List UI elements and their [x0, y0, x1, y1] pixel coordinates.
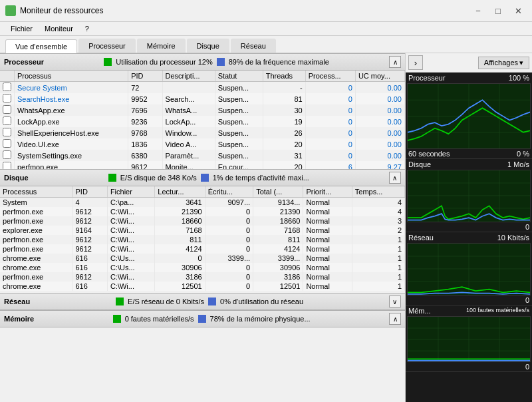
disk-table: Processus PID Fichier Lectur... Écritu..…: [0, 186, 405, 291]
disk-title: Disque: [4, 174, 29, 182]
proc-table-row[interactable]: LockApp.exe 9236 LockAp... Suspen... 19 …: [0, 116, 405, 127]
menu-moniteur[interactable]: Moniteur: [39, 23, 78, 34]
proc-table-row[interactable]: perfmon.exe 9612 Monite... En cour... 20…: [0, 161, 405, 169]
row-checkbox[interactable]: [0, 150, 15, 161]
affichages-button[interactable]: Affichages ▾: [478, 57, 529, 69]
menu-fichier[interactable]: Fichier: [5, 23, 38, 34]
disk-table-row[interactable]: perfmon.exe 9612 C:\Wi... 18660 0 18660 …: [0, 216, 405, 226]
tab-vue-ensemble[interactable]: Vue d'ensemble: [5, 39, 77, 53]
row-checkbox[interactable]: [0, 161, 15, 169]
disk-table-row[interactable]: chrome.exe 616 C:\Us... 0 3399... 3399..…: [0, 254, 405, 263]
tab-processeur[interactable]: Processeur: [78, 39, 136, 53]
graph-disk-label: Disque 1 Mo/s: [406, 159, 532, 170]
row-checkbox[interactable]: [0, 116, 15, 127]
maximize-button[interactable]: □: [489, 4, 507, 17]
disk-row-total: 21390: [253, 207, 303, 216]
row-uc: 0.00: [355, 150, 404, 161]
row-pid: 9768: [128, 127, 162, 138]
disk-row-time: 1: [352, 244, 404, 254]
window-controls: − □ ✕: [469, 4, 527, 17]
row-uc: 0.00: [355, 104, 404, 116]
proc-table-row[interactable]: SearchHost.exe 9952 Search... Suspen... …: [0, 93, 405, 104]
disk-row-read: 4124: [155, 244, 205, 254]
disk-table-row[interactable]: chrome.exe 616 C:\Wi... 12501 0 12501 No…: [0, 282, 405, 291]
disk-row-read: 3186: [155, 272, 205, 282]
proc-table-row[interactable]: WhatsApp.exe 7696 WhatsA... Suspen... 30…: [0, 104, 405, 116]
proc-collapse-btn[interactable]: ∧: [389, 56, 401, 68]
row-threads: 26: [263, 127, 305, 138]
col-process: Process...: [305, 71, 355, 82]
row-desc: Search...: [162, 93, 215, 104]
disk-row-read: 3641: [155, 198, 205, 208]
disk-table-row[interactable]: explorer.exe 9164 C:\Wi... 7168 0 7168 N…: [0, 226, 405, 235]
tab-memoire[interactable]: Mémoire: [137, 39, 186, 53]
tab-reseau[interactable]: Réseau: [231, 39, 276, 53]
row-checkbox[interactable]: [0, 93, 15, 104]
row-process: 0: [305, 82, 355, 94]
nav-arrow-btn[interactable]: ›: [408, 55, 423, 70]
disk-row-total: 7168: [253, 226, 303, 235]
disk-table-row[interactable]: chrome.exe 616 C:\Us... 30906 0 30906 No…: [0, 263, 405, 272]
disk-header[interactable]: Disque E/S disque de 348 Ko/s 1% de temp…: [0, 169, 405, 186]
row-status: Suspen...: [215, 93, 263, 104]
row-desc: LockAp...: [162, 116, 215, 127]
disk-table-row[interactable]: perfmon.exe 9612 C:\Wi... 4124 0 4124 No…: [0, 244, 405, 254]
graph-net-canvas: [407, 243, 531, 296]
affichages-dropdown-icon: ▾: [519, 59, 523, 67]
tab-disque[interactable]: Disque: [187, 39, 229, 53]
memory-header[interactable]: Mémoire 0 fautes matérielles/s 78% de la…: [0, 310, 405, 327]
row-status: Suspen...: [215, 150, 263, 161]
col-check: [0, 71, 15, 82]
network-header[interactable]: Réseau E/S réseau de 0 Kbits/s 0% d'util…: [0, 293, 405, 310]
graph-net-footer: 0: [406, 296, 532, 305]
disk-table-row[interactable]: perfmon.exe 9612 C:\Wi... 811 0 811 Norm…: [0, 235, 405, 244]
window-title: Moniteur de ressources: [20, 6, 103, 15]
disk-row-prio: Normal: [303, 216, 352, 226]
processor-header[interactable]: Processeur Utilisation du processeur 12%…: [0, 53, 405, 71]
disk-col-processus: Processus: [0, 186, 72, 198]
disk-row-prio: Normal: [303, 198, 352, 208]
graph-mem-footer-right: 0: [525, 363, 529, 371]
disk-row-write: 0: [205, 235, 253, 244]
close-button[interactable]: ✕: [509, 4, 527, 17]
row-name: LockApp.exe: [15, 116, 128, 127]
proc-table-row[interactable]: Secure System 72 Suspen... - 0 0.00: [0, 82, 405, 94]
row-checkbox[interactable]: [0, 127, 15, 138]
row-pid: 7696: [128, 104, 162, 116]
col-threads: Threads: [263, 71, 305, 82]
disk-table-row[interactable]: perfmon.exe 9612 C:\Wi... 21390 0 21390 …: [0, 207, 405, 216]
row-uc: 0.00: [355, 82, 404, 94]
disk-collapse-btn[interactable]: ∧: [389, 172, 401, 184]
disk-row-read: 811: [155, 235, 205, 244]
memory-title: Mémoire: [4, 315, 34, 323]
graph-net-label: Réseau 10 Kbits/s: [406, 232, 532, 243]
row-threads: 19: [263, 116, 305, 127]
proc-table-row[interactable]: SystemSettings.exe 6380 Paramèt... Suspe…: [0, 150, 405, 161]
disk-row-name: chrome.exe: [0, 282, 72, 291]
disk-row-total: 3399...: [253, 254, 303, 263]
graph-disk-title: Disque: [408, 160, 431, 168]
disk-row-prio: Normal: [303, 244, 352, 254]
row-checkbox[interactable]: [0, 82, 15, 94]
row-checkbox[interactable]: [0, 138, 15, 150]
graph-proc-canvas: [407, 83, 531, 149]
disk-row-total: 30906: [253, 263, 303, 272]
disk-table-row[interactable]: perfmon.exe 9612 C:\Wi... 3186 0 3186 No…: [0, 272, 405, 282]
disk-section: Disque E/S disque de 348 Ko/s 1% de temp…: [0, 169, 405, 293]
row-uc: 0.00: [355, 127, 404, 138]
minimize-button[interactable]: −: [469, 4, 487, 17]
proc-indicator2: 89% de la fréquence maximale: [229, 58, 329, 66]
net-collapse-btn[interactable]: ∨: [389, 296, 401, 307]
graph-net-value: 10 Kbits/s: [497, 234, 529, 242]
row-checkbox[interactable]: [0, 104, 15, 116]
processor-table: Processus PID Descripti... Statut Thread…: [0, 71, 405, 169]
row-uc: 0.00: [355, 138, 404, 150]
mem-collapse-btn[interactable]: ∧: [389, 313, 401, 325]
proc-table-row[interactable]: Video.UI.exe 1836 Video A... Suspen... 2…: [0, 138, 405, 150]
proc-table-row[interactable]: ShellExperienceHost.exe 9768 Window... S…: [0, 127, 405, 138]
disk-table-row[interactable]: System 4 C:\pa... 3641 9097... 9134... N…: [0, 198, 405, 208]
disk-row-name: perfmon.exe: [0, 235, 72, 244]
disk-row-name: perfmon.exe: [0, 244, 72, 254]
disk-row-pid: 616: [72, 282, 107, 291]
menu-help[interactable]: ?: [80, 23, 94, 34]
